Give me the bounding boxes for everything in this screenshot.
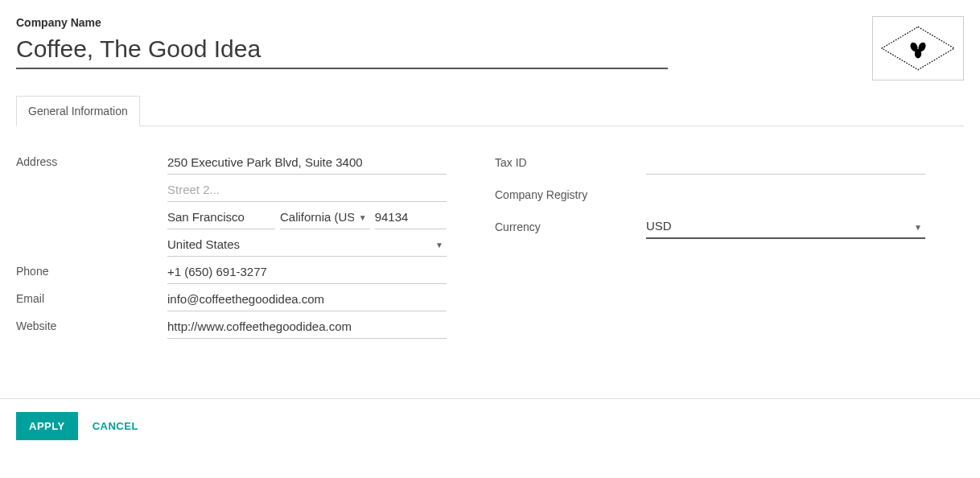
svg-point-3 (915, 49, 921, 59)
city-state-zip-row: ▼ (167, 205, 447, 229)
company-name-input[interactable] (16, 32, 668, 69)
currency-select-wrap: ▼ (646, 214, 925, 239)
address-label: Address (16, 150, 167, 168)
address-row: Address ▼ ▼ (16, 150, 447, 257)
address-fields: ▼ ▼ (167, 150, 447, 257)
website-input[interactable] (167, 315, 447, 339)
currency-row: Currency ▼ (495, 214, 925, 239)
tab-general-information[interactable]: General Information (16, 96, 140, 126)
company-logo[interactable] (872, 16, 964, 80)
company-registry-row: Company Registry (495, 183, 925, 206)
svg-marker-0 (882, 27, 954, 69)
email-label: Email (16, 287, 167, 305)
company-form: Company Name General Information Address (0, 0, 980, 342)
tabs: General Information (16, 95, 964, 126)
state-select-wrap: ▼ (280, 205, 370, 229)
company-name-section: Company Name (16, 16, 668, 69)
footer: APPLY CANCEL (0, 398, 980, 453)
email-row: Email (16, 287, 447, 311)
header-row: Company Name (16, 16, 964, 80)
column-right: Tax ID Company Registry Currency ▼ (495, 150, 925, 342)
phone-input[interactable] (167, 260, 447, 284)
company-registry-label: Company Registry (495, 188, 646, 201)
website-label: Website (16, 315, 167, 332)
form-area: Address ▼ ▼ (16, 126, 964, 342)
zip-input[interactable] (375, 205, 447, 229)
tax-id-input[interactable] (646, 150, 925, 175)
column-left: Address ▼ ▼ (16, 150, 447, 342)
phone-row: Phone (16, 260, 447, 284)
cancel-button[interactable]: CANCEL (93, 420, 138, 432)
tax-id-label: Tax ID (495, 156, 646, 169)
country-select[interactable] (167, 233, 447, 257)
company-name-label: Company Name (16, 16, 668, 29)
currency-label: Currency (495, 220, 646, 233)
email-input[interactable] (167, 287, 447, 311)
street2-input[interactable] (167, 178, 447, 202)
city-input[interactable] (167, 205, 275, 229)
state-select[interactable] (280, 205, 370, 229)
company-registry-input[interactable] (646, 183, 925, 206)
apply-button[interactable]: APPLY (16, 412, 78, 440)
coffee-beans-diamond-icon (878, 24, 958, 72)
country-select-wrap: ▼ (167, 233, 447, 257)
street1-input[interactable] (167, 150, 447, 175)
currency-select[interactable] (646, 214, 925, 239)
tax-id-row: Tax ID (495, 150, 925, 175)
website-row: Website (16, 315, 447, 339)
phone-label: Phone (16, 260, 167, 278)
